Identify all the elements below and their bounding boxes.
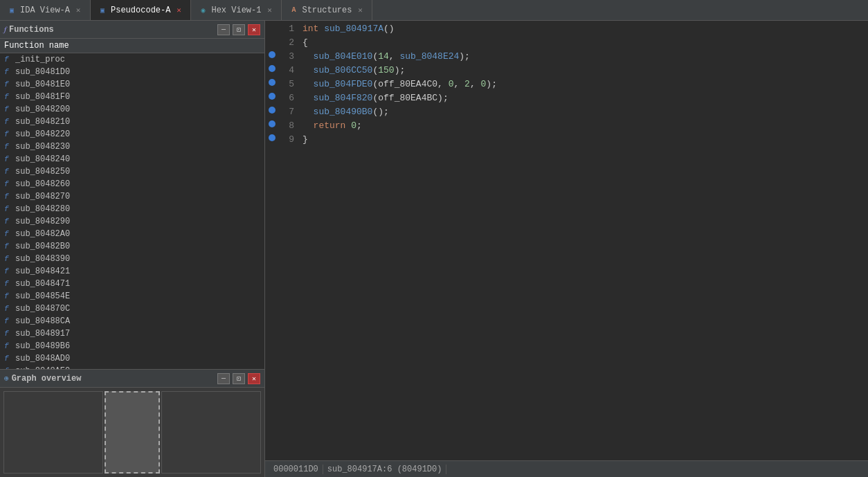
function-name: sub_80481D0 <box>15 67 70 77</box>
hex-icon: ◉ <box>198 6 208 15</box>
function-item[interactable]: f sub_80482B0 <box>0 240 264 253</box>
tab-pseudocode-label: Pseudocode-A <box>111 6 170 15</box>
function-list[interactable]: f _init_proc f sub_80481D0 f sub_80481E0… <box>0 53 264 369</box>
graph-content <box>0 388 264 477</box>
line-code: sub_804F820(off_80EA4BC); <box>300 93 868 103</box>
function-item[interactable]: f sub_80481D0 <box>0 66 264 78</box>
function-f-icon: f <box>4 280 12 288</box>
function-item[interactable]: f sub_8048280 <box>0 203 264 215</box>
tab-structures-label: Structures <box>302 6 352 15</box>
function-item[interactable]: f sub_8048210 <box>0 116 264 128</box>
function-item[interactable]: f sub_8048917 <box>0 327 264 340</box>
tab-structures[interactable]: A Structures ✕ <box>282 0 372 20</box>
tab-pseudocode-a[interactable]: ▣ Pseudocode-A ✕ <box>91 0 191 20</box>
graph-restore-btn[interactable]: ⊡ <box>233 373 245 384</box>
function-f-icon: f <box>4 155 12 163</box>
tab-hex-view-close[interactable]: ✕ <box>264 6 274 15</box>
function-f-icon: f <box>4 267 12 276</box>
functions-restore-btn[interactable]: ⊡ <box>233 24 245 35</box>
function-item[interactable]: f sub_8048260 <box>0 178 264 190</box>
function-name: sub_8048390 <box>15 254 70 264</box>
functions-close-btn[interactable]: ✕ <box>248 24 260 35</box>
function-name: sub_8048421 <box>15 267 70 276</box>
function-name: sub_80481F0 <box>15 92 70 102</box>
function-name: sub_8048270 <box>15 192 70 201</box>
breakpoint-dot[interactable] <box>269 134 275 141</box>
line-indicator <box>265 93 279 100</box>
code-line: 6 sub_804F820(off_80EA4BC); <box>265 93 868 107</box>
breakpoint-dot[interactable] <box>269 51 275 58</box>
function-name: sub_80488CA <box>15 316 70 326</box>
function-item[interactable]: f sub_8048250 <box>0 165 264 178</box>
function-f-icon: f <box>4 80 12 89</box>
function-item[interactable]: f sub_80481E0 <box>0 78 264 91</box>
status-location: sub_804917A:6 (80491D0) <box>323 465 447 474</box>
function-item[interactable]: f sub_8048AD0 <box>0 352 264 365</box>
function-name-column-header: Function name <box>4 41 69 51</box>
function-item[interactable]: f sub_8048421 <box>0 265 264 278</box>
line-indicator <box>265 107 279 114</box>
function-f-icon: f <box>4 180 12 188</box>
function-f-icon: f <box>4 255 12 263</box>
function-item[interactable]: f sub_8048270 <box>0 190 264 203</box>
function-name: sub_8048AD0 <box>15 354 70 363</box>
function-name: sub_80489B6 <box>15 341 70 351</box>
tab-structures-close[interactable]: ✕ <box>355 6 365 15</box>
tab-pseudocode-close[interactable]: ✕ <box>174 6 183 15</box>
sidebar: 𝑓 Functions — ⊡ ✕ Function name f _init_… <box>0 21 265 477</box>
function-item[interactable]: f sub_8048290 <box>0 215 264 228</box>
function-item[interactable]: f sub_804870C <box>0 303 264 315</box>
code-line: 1int sub_804917A() <box>265 24 868 37</box>
function-item[interactable]: f sub_80482A0 <box>0 228 264 240</box>
function-item[interactable]: f sub_8048AE0 <box>0 365 264 369</box>
function-item[interactable]: f _init_proc <box>0 53 264 66</box>
function-name: sub_8048210 <box>15 117 70 127</box>
status-bar: 0000011D0 sub_804917A:6 (80491D0) <box>265 460 868 477</box>
graph-panel-icon: ⊕ <box>4 374 9 383</box>
function-item[interactable]: f sub_8048240 <box>0 153 264 165</box>
line-number: 2 <box>279 37 300 48</box>
function-f-icon: f <box>4 118 12 126</box>
breakpoint-dot[interactable] <box>269 107 275 114</box>
line-code: int sub_804917A() <box>300 24 868 34</box>
breakpoint-dot[interactable] <box>269 79 275 86</box>
graph-panel-header: ⊕ Graph overview — ⊡ ✕ <box>0 370 264 388</box>
function-item[interactable]: f sub_8048390 <box>0 253 264 265</box>
function-item[interactable]: f sub_8048230 <box>0 141 264 153</box>
function-item[interactable]: f sub_80489B6 <box>0 340 264 352</box>
function-list-header: Function name <box>0 39 264 53</box>
function-f-icon: f <box>4 354 12 363</box>
code-view: 1int sub_804917A()2{3 sub_804E010(14, su… <box>265 21 868 477</box>
line-code: sub_804E010(14, sub_8048E24); <box>300 51 868 62</box>
function-f-icon: f <box>4 230 12 238</box>
breakpoint-dot[interactable] <box>269 93 275 100</box>
code-line: 3 sub_804E010(14, sub_8048E24); <box>265 51 868 65</box>
graph-minimize-btn[interactable]: — <box>217 373 230 384</box>
breakpoint-dot[interactable] <box>269 65 275 72</box>
function-item[interactable]: f sub_80488CA <box>0 315 264 327</box>
function-name: sub_80481E0 <box>15 80 70 89</box>
function-name: _init_proc <box>15 55 65 64</box>
graph-close-btn[interactable]: ✕ <box>248 373 260 384</box>
function-f-icon: f <box>4 342 12 350</box>
function-item[interactable]: f sub_8048471 <box>0 278 264 290</box>
code-content[interactable]: 1int sub_804917A()2{3 sub_804E010(14, su… <box>265 21 868 460</box>
line-number: 3 <box>279 51 300 62</box>
function-name: sub_8048280 <box>15 204 70 214</box>
main-area: 𝑓 Functions — ⊡ ✕ Function name f _init_… <box>0 21 868 477</box>
tab-ida-view-close[interactable]: ✕ <box>73 6 83 15</box>
tab-bar: ▣ IDA View-A ✕ ▣ Pseudocode-A ✕ ◉ Hex Vi… <box>0 0 868 21</box>
line-code: } <box>300 134 868 145</box>
tab-hex-view-1[interactable]: ◉ Hex View-1 ✕ <box>191 0 282 20</box>
function-item[interactable]: f sub_804854E <box>0 290 264 303</box>
function-item[interactable]: f sub_8048200 <box>0 103 264 116</box>
functions-minimize-btn[interactable]: — <box>217 24 230 35</box>
function-item[interactable]: f sub_8048220 <box>0 128 264 141</box>
function-f-icon: f <box>4 93 12 101</box>
breakpoint-dot[interactable] <box>269 120 275 127</box>
tab-ida-view-a[interactable]: ▣ IDA View-A ✕ <box>0 0 91 20</box>
function-f-icon: f <box>4 317 12 325</box>
line-number: 4 <box>279 65 300 75</box>
line-code: sub_80490B0(); <box>300 107 868 117</box>
function-item[interactable]: f sub_80481F0 <box>0 91 264 103</box>
